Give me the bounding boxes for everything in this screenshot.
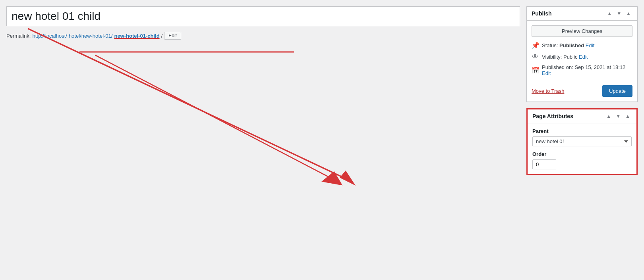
permalink-label: Permalink: (6, 33, 31, 39)
editor-area: Permalink: http://localhost/ hotel/new-h… (6, 6, 520, 223)
visibility-text: Visibility: Public Edit (542, 54, 588, 60)
publish-panel-up-btn[interactable]: ▲ (605, 10, 613, 17)
published-on-text: Published on: Sep 15, 2021 at 18:12 Edit (542, 64, 632, 76)
parent-select[interactable]: (no parent) new hotel 01 (532, 136, 632, 146)
page-attributes-collapse-btn[interactable]: ▲ (624, 113, 632, 120)
sidebar: Publish ▲ ▼ ▲ Preview Changes 📌 Status: … (526, 6, 638, 182)
visibility-edit-link[interactable]: Edit (579, 54, 588, 60)
svg-line-0 (95, 55, 335, 180)
page-attributes-up-btn[interactable]: ▲ (605, 113, 613, 120)
permalink-base-url[interactable]: http://localhost/ (32, 33, 67, 39)
calendar-icon: 📅 (532, 67, 539, 74)
publish-panel-title: Publish (532, 10, 552, 17)
annotation-arrow (6, 44, 520, 223)
page-attributes-down-btn[interactable]: ▼ (614, 113, 622, 120)
visibility-eye-icon: 👁 (532, 53, 539, 60)
publish-panel-body: Preview Changes 📌 Status: Published Edit… (527, 21, 637, 102)
svg-marker-1 (321, 169, 345, 185)
published-on-value: Sep 15, 2021 at 18:12 (574, 64, 625, 70)
published-on-label: Published on: (542, 64, 573, 70)
visibility-value: Public (563, 54, 577, 60)
title-wrapper (6, 6, 520, 26)
order-input[interactable] (532, 159, 556, 169)
page-attributes-title: Page Attributes (532, 113, 573, 119)
publish-panel-down-btn[interactable]: ▼ (615, 10, 623, 17)
permalink-row: Permalink: http://localhost/ hotel/new-h… (6, 30, 520, 41)
status-value: Published (559, 42, 584, 48)
status-edit-link[interactable]: Edit (586, 42, 594, 48)
publish-footer: Move to Trash Update (532, 81, 632, 97)
status-pin-icon: 📌 (532, 42, 539, 49)
publish-panel: Publish ▲ ▼ ▲ Preview Changes 📌 Status: … (526, 6, 638, 102)
order-label: Order (532, 151, 632, 157)
permalink-trailing-slash: / (161, 33, 163, 39)
parent-label: Parent (532, 128, 632, 134)
page-attributes-header: Page Attributes ▲ ▼ ▲ (528, 109, 636, 123)
preview-changes-button[interactable]: Preview Changes (532, 25, 632, 37)
permalink-path[interactable]: hotel/new-hotel-01/ (69, 33, 113, 39)
publish-panel-collapse-btn[interactable]: ▲ (625, 10, 632, 17)
permalink-slug[interactable]: new-hotel-01-child (114, 33, 159, 39)
visibility-row: 👁 Visibility: Public Edit (532, 53, 632, 60)
publish-panel-controls: ▲ ▼ ▲ (605, 10, 632, 17)
publish-panel-header: Publish ▲ ▼ ▲ (527, 7, 637, 21)
published-on-edit-link[interactable]: Edit (542, 70, 551, 76)
page-attributes-controls: ▲ ▼ ▲ (605, 113, 632, 120)
published-on-row: 📅 Published on: Sep 15, 2021 at 18:12 Ed… (532, 64, 632, 76)
content-area (6, 44, 520, 223)
status-label: Status: (542, 42, 558, 48)
page-attributes-body: Parent (no parent) new hotel 01 Order (528, 123, 636, 174)
move-to-trash-button[interactable]: Move to Trash (532, 88, 564, 94)
title-input[interactable] (12, 10, 515, 23)
page-attributes-panel: Page Attributes ▲ ▼ ▲ Parent (no parent)… (526, 108, 638, 175)
parent-select-wrapper: (no parent) new hotel 01 (532, 136, 632, 151)
main-layout: Permalink: http://localhost/ hotel/new-h… (0, 0, 644, 229)
update-button[interactable]: Update (602, 85, 632, 97)
status-row: 📌 Status: Published Edit (532, 42, 632, 49)
visibility-label: Visibility: (542, 54, 562, 60)
permalink-edit-button[interactable]: Edit (164, 32, 181, 40)
status-text: Status: Published Edit (542, 42, 594, 48)
